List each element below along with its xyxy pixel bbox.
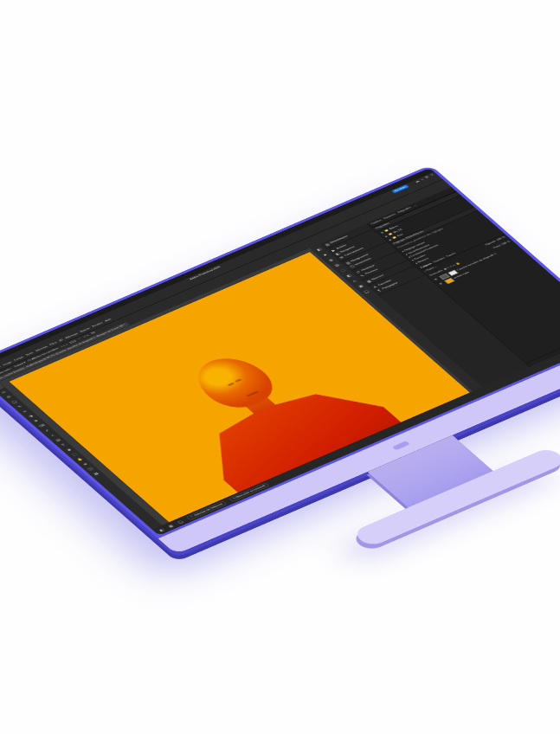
quickmask-tool-icon[interactable]: ⇆ bbox=[89, 470, 103, 478]
panel-icon[interactable]: ⬚ bbox=[338, 267, 346, 274]
panel-icon[interactable]: ▤ bbox=[331, 262, 340, 268]
panel-icon[interactable]: ■ bbox=[320, 252, 327, 257]
brushes-icon: ✎ bbox=[358, 274, 365, 278]
brush-tool-icon[interactable]: ⌫ bbox=[35, 422, 48, 429]
lasso-tool-icon[interactable]: ⊡ bbox=[2, 393, 16, 401]
hand-tool-icon[interactable]: ✋ bbox=[73, 455, 87, 463]
heal-tool-icon[interactable]: ✥ bbox=[29, 417, 42, 425]
panel-icon[interactable]: ◯ bbox=[361, 288, 370, 294]
option-dropdown[interactable]: Calque ▾ bbox=[13, 361, 27, 368]
comments-icon: ✉ bbox=[338, 255, 344, 260]
panel-icon[interactable]: ▣ bbox=[356, 283, 364, 289]
type-tool-icon[interactable]: T bbox=[56, 441, 70, 448]
search-icon[interactable]: ⌕ bbox=[419, 177, 424, 181]
paragraph-icon: ¶ bbox=[375, 288, 382, 293]
layers-footer: ⊕ fx ◐ ▭ 📁 🗑 bbox=[525, 326, 560, 366]
imac-chin bbox=[158, 337, 560, 554]
option-label: Sélection auto : bbox=[0, 367, 12, 377]
path-tool-icon[interactable]: ◉ bbox=[61, 446, 75, 454]
shape-tool-icon[interactable]: ⬚ bbox=[67, 450, 80, 458]
taskbar-icon[interactable]: ◧ bbox=[158, 528, 164, 532]
retouch-pill[interactable]: ✎ Retoucher en interactif bbox=[229, 482, 269, 502]
context-taskbar: ◧ ▦ ◯ ↖Sélection de l'élément ✎ Retouche… bbox=[151, 330, 560, 535]
help-icon[interactable]: ？ bbox=[428, 173, 434, 177]
imac-camera bbox=[391, 441, 409, 450]
gear-icon[interactable]: ⚙ bbox=[423, 176, 428, 179]
taskbar-icon[interactable]: ◯ bbox=[177, 519, 183, 524]
clone-tool-icon[interactable]: ✐ bbox=[40, 427, 54, 435]
swatches-icon: ▦ bbox=[364, 279, 371, 283]
panel-icon[interactable]: ◧ bbox=[344, 273, 352, 279]
chevron-right-icon: ▸ bbox=[387, 238, 392, 241]
move-tool-icon[interactable]: ↖ bbox=[0, 383, 4, 391]
marquee-tool-icon[interactable]: ▭ bbox=[0, 388, 10, 396]
tool-palette: ↖ ▭ ⊡ ◯ ✎ ✂ ◑ ✥ ⌫ ✐ ⎌ ▤ T ◉ ⬚ ✋ ⊕ bbox=[0, 382, 162, 529]
zoom-tool-icon[interactable]: ⊕ bbox=[78, 460, 92, 467]
cloud-icon[interactable]: ☁ bbox=[414, 179, 420, 183]
panel-icon[interactable]: ◧ bbox=[314, 247, 323, 253]
history-brush-tool-icon[interactable]: ⎌ bbox=[45, 431, 59, 439]
visibility-icon[interactable]: 👁 bbox=[438, 281, 445, 286]
menu-item[interactable]: Édition bbox=[0, 365, 2, 371]
taskbar-icon[interactable]: ▦ bbox=[167, 524, 174, 528]
panel-icon[interactable]: ◍ bbox=[326, 257, 334, 262]
frame-tool-icon[interactable]: ✂ bbox=[18, 407, 32, 415]
color-swatch-icon[interactable]: ⬛ bbox=[83, 465, 97, 473]
panel-icon[interactable]: ◇ bbox=[350, 278, 357, 283]
menu-item[interactable]: Image bbox=[2, 361, 12, 366]
eraser-tool-icon[interactable]: ▤ bbox=[50, 436, 64, 444]
library-icon: ▥ bbox=[323, 242, 330, 247]
info-icon: ⓘ bbox=[348, 264, 355, 268]
selection-pill[interactable]: ↖Sélection de l'élément bbox=[186, 501, 227, 520]
eyedropper-tool-icon[interactable]: ◑ bbox=[23, 412, 37, 420]
cursor-icon: ↖ bbox=[190, 515, 194, 518]
chevron-right-icon: ▸ bbox=[383, 235, 389, 238]
crop-tool-icon[interactable]: ✎ bbox=[12, 402, 26, 410]
panel-tab[interactable]: … bbox=[412, 204, 417, 208]
magic-wand-tool-icon[interactable]: ◯ bbox=[7, 397, 21, 405]
chevron-down-icon: ▾ bbox=[379, 231, 384, 235]
